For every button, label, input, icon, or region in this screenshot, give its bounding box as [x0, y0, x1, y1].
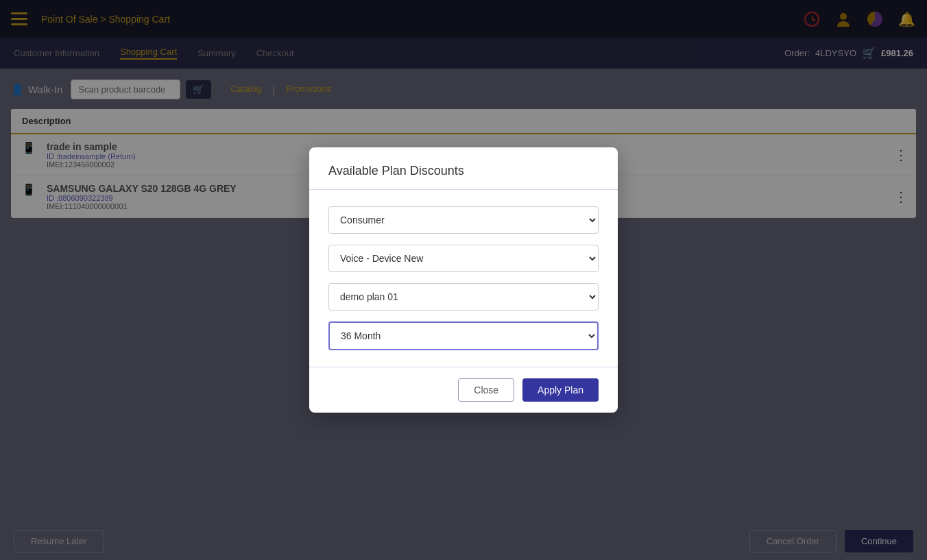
- apply-plan-button[interactable]: Apply Plan: [522, 378, 599, 402]
- modal-overlay: Available Plan Discounts Consumer Voice …: [0, 0, 927, 560]
- modal-footer: Close Apply Plan: [309, 367, 618, 413]
- available-plan-discounts-modal: Available Plan Discounts Consumer Voice …: [309, 147, 618, 413]
- plan-dropdown[interactable]: demo plan 01: [328, 283, 599, 311]
- voice-device-dropdown[interactable]: Voice - Device New: [328, 245, 599, 272]
- consumer-dropdown[interactable]: Consumer: [328, 206, 599, 234]
- modal-header: Available Plan Discounts: [309, 147, 618, 190]
- modal-body: Consumer Voice - Device New demo plan 01…: [309, 190, 618, 367]
- modal-title: Available Plan Discounts: [328, 164, 599, 178]
- month-dropdown[interactable]: 36 Month: [328, 321, 599, 350]
- close-modal-button[interactable]: Close: [458, 378, 514, 402]
